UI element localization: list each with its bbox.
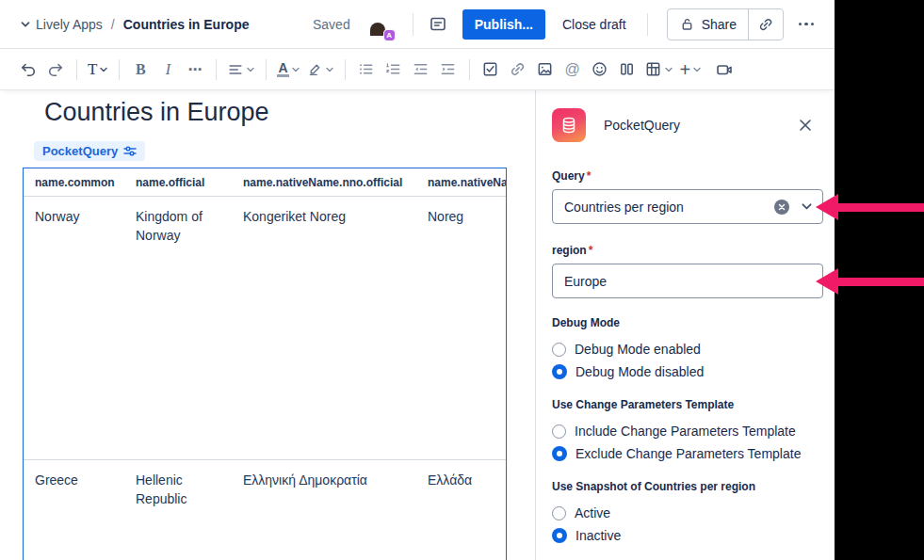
numbered-list-icon[interactable] bbox=[381, 56, 407, 84]
radio-option-label: Debug Mode enabled bbox=[575, 342, 701, 357]
region-field-label: region* bbox=[552, 244, 592, 257]
alignment-dropdown[interactable] bbox=[224, 56, 258, 84]
text-color-label: A bbox=[277, 61, 288, 77]
query-select-value: Countries per region bbox=[564, 200, 774, 215]
change-parameters-template-group: Use Change Parameters TemplateInclude Ch… bbox=[552, 398, 825, 465]
table-column-header: name.nativeNa bbox=[416, 176, 506, 189]
annotation-arrow-region bbox=[816, 268, 924, 295]
macro-chip-label: PocketQuery bbox=[42, 144, 118, 158]
table-dropdown[interactable] bbox=[641, 56, 676, 84]
table-cell[interactable]: Ελληνική Δημοκρατία bbox=[232, 460, 416, 560]
breadcrumb-separator: / bbox=[111, 17, 115, 32]
table-cell[interactable]: Greece bbox=[24, 460, 124, 560]
radio-unchecked-icon[interactable] bbox=[552, 343, 566, 357]
share-label: Share bbox=[702, 17, 737, 32]
unlock-icon bbox=[679, 16, 695, 32]
close-icon[interactable] bbox=[791, 111, 819, 139]
outdent-icon[interactable] bbox=[408, 56, 434, 84]
radio-option[interactable]: Inactive bbox=[552, 524, 825, 547]
italic-icon[interactable]: I bbox=[154, 56, 181, 84]
radio-option[interactable]: Exclude Change Parameters Template bbox=[552, 442, 825, 465]
radio-checked-icon[interactable] bbox=[552, 364, 567, 379]
chevron-down-icon bbox=[664, 65, 673, 74]
snapshot-group: Use Snapshot of Countries per regionActi… bbox=[552, 480, 825, 547]
table-column-header: name.official bbox=[124, 176, 232, 189]
emoji-icon[interactable] bbox=[587, 56, 613, 84]
database-icon bbox=[559, 115, 579, 136]
undo-icon[interactable] bbox=[15, 56, 41, 84]
bullet-list-icon[interactable] bbox=[353, 56, 380, 84]
share-group: Share bbox=[667, 8, 784, 40]
chevron-down-icon bbox=[692, 65, 702, 74]
radio-group-label: Use Snapshot of Countries per region bbox=[552, 480, 825, 495]
table-cell[interactable]: Hellenic Republic bbox=[124, 460, 232, 560]
radio-unchecked-icon[interactable] bbox=[552, 506, 566, 520]
table-cell[interactable]: Noreg bbox=[416, 197, 506, 459]
query-select[interactable]: Countries per region bbox=[552, 189, 823, 224]
collapse-chevron-icon[interactable] bbox=[15, 9, 36, 40]
radio-option[interactable]: Debug Mode disabled bbox=[552, 360, 825, 383]
radio-option-label: Include Change Parameters Template bbox=[575, 424, 796, 439]
indent-icon[interactable] bbox=[435, 56, 462, 84]
radio-group-label: Use Change Parameters Template bbox=[552, 398, 825, 413]
radio-checked-icon[interactable] bbox=[552, 446, 567, 461]
breadcrumb-space[interactable]: Lively Apps bbox=[36, 17, 103, 32]
copy-link-icon[interactable] bbox=[749, 9, 783, 40]
result-table[interactable]: name.commonname.officialname.nativeName.… bbox=[23, 168, 507, 560]
page-title: Countries in Europe bbox=[44, 98, 269, 127]
table-cell[interactable]: Kongeriket Noreg bbox=[232, 197, 416, 459]
image-icon[interactable] bbox=[532, 56, 559, 84]
table-cell[interactable]: Kingdom of Norway bbox=[124, 197, 232, 459]
task-checkbox-icon[interactable] bbox=[478, 56, 504, 84]
table-row: GreeceHellenic RepublicΕλληνική Δημοκρατ… bbox=[24, 460, 506, 560]
insert-dropdown[interactable]: + bbox=[677, 56, 705, 84]
arrow-shaft bbox=[838, 203, 924, 212]
table-column-header: name.nativeName.nno.official bbox=[232, 176, 416, 189]
text-color-dropdown[interactable]: A bbox=[274, 56, 302, 84]
mention-icon[interactable]: @ bbox=[559, 56, 586, 84]
radio-option-label: Debug Mode disabled bbox=[575, 364, 704, 379]
avatar[interactable]: A bbox=[364, 10, 392, 39]
video-icon[interactable] bbox=[711, 56, 738, 84]
radio-option[interactable]: Include Change Parameters Template bbox=[552, 420, 825, 442]
redo-icon[interactable] bbox=[42, 56, 69, 84]
top-bar: Lively Apps / Countries in Europe Saved … bbox=[0, 0, 835, 49]
avatar-badge: A bbox=[383, 29, 396, 41]
region-input[interactable] bbox=[552, 264, 823, 298]
link-icon[interactable] bbox=[505, 56, 531, 84]
pocketquery-macro-chip[interactable]: PocketQuery bbox=[34, 141, 145, 161]
required-asterisk: * bbox=[589, 244, 593, 257]
table-row: NorwayKingdom of NorwayKongeriket NoregN… bbox=[24, 197, 506, 460]
chevron-down-icon bbox=[246, 65, 255, 74]
table-cell[interactable]: Ελλάδα bbox=[416, 460, 506, 560]
text-more-icon[interactable]: ⋯ bbox=[182, 56, 208, 84]
radio-unchecked-icon[interactable] bbox=[552, 424, 566, 439]
chevron-down-icon bbox=[99, 65, 108, 74]
table-cell[interactable]: Norway bbox=[24, 197, 124, 459]
radio-checked-icon[interactable] bbox=[552, 528, 567, 543]
more-menu-icon[interactable] bbox=[791, 9, 821, 40]
table-icon bbox=[644, 60, 662, 78]
clear-icon[interactable] bbox=[774, 200, 789, 215]
plus-icon: + bbox=[680, 61, 691, 78]
bold-icon[interactable]: B bbox=[127, 56, 154, 84]
breadcrumb-page-title: Countries in Europe bbox=[123, 17, 250, 32]
chevron-down-icon[interactable] bbox=[801, 200, 813, 213]
close-draft-button[interactable]: Close draft bbox=[551, 9, 638, 40]
topbar-divider bbox=[413, 13, 413, 36]
table-header-row: name.commonname.officialname.nativeName.… bbox=[24, 168, 506, 197]
share-button[interactable]: Share bbox=[668, 9, 748, 40]
text-style-dropdown[interactable]: T bbox=[85, 56, 111, 84]
saved-status: Saved bbox=[313, 17, 350, 32]
editor-window: Lively Apps / Countries in Europe Saved … bbox=[0, 0, 835, 560]
radio-option-label: Exclude Change Parameters Template bbox=[575, 446, 801, 461]
arrow-head bbox=[816, 194, 838, 220]
highlight-dropdown[interactable] bbox=[304, 56, 337, 84]
radio-option-label: Inactive bbox=[575, 528, 621, 543]
chevron-down-icon bbox=[325, 65, 334, 74]
layout-columns-icon[interactable] bbox=[614, 56, 640, 84]
publish-button[interactable]: Publish... bbox=[462, 9, 545, 40]
radio-option[interactable]: Debug Mode enabled bbox=[552, 338, 825, 360]
radio-option[interactable]: Active bbox=[552, 502, 825, 524]
comment-icon[interactable] bbox=[423, 9, 453, 40]
